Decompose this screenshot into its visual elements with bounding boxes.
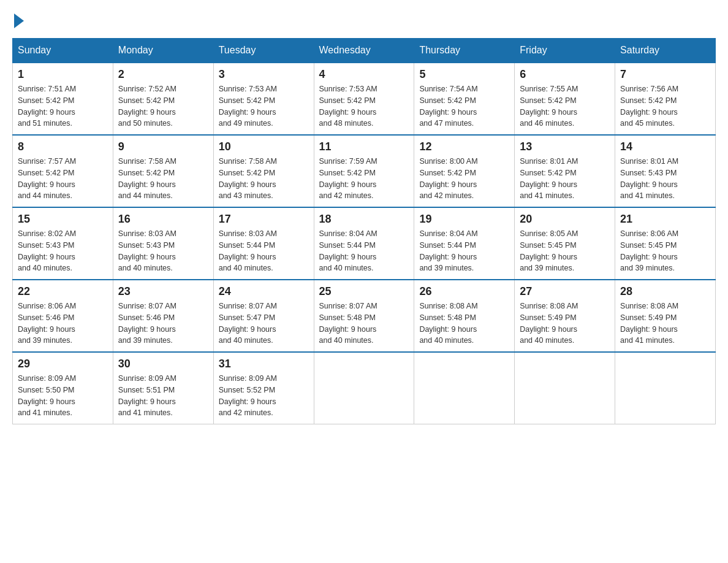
day-number: 23 <box>118 285 208 298</box>
day-number: 9 <box>118 140 208 153</box>
day-info: Sunrise: 7:54 AMSunset: 5:42 PMDaylight:… <box>419 83 509 129</box>
day-info: Sunrise: 8:08 AMSunset: 5:48 PMDaylight:… <box>419 301 509 347</box>
calendar-cell: 20Sunrise: 8:05 AMSunset: 5:45 PMDayligh… <box>515 207 615 280</box>
day-info: Sunrise: 8:02 AMSunset: 5:43 PMDaylight:… <box>18 228 108 274</box>
day-info: Sunrise: 8:06 AMSunset: 5:46 PMDaylight:… <box>18 301 108 347</box>
day-number: 28 <box>620 285 710 298</box>
calendar-cell <box>314 352 414 424</box>
weekday-header-saturday: Saturday <box>615 39 716 63</box>
day-number: 15 <box>18 213 108 226</box>
day-info: Sunrise: 7:55 AMSunset: 5:42 PMDaylight:… <box>520 83 610 129</box>
calendar-cell: 28Sunrise: 8:08 AMSunset: 5:49 PMDayligh… <box>615 280 716 352</box>
day-info: Sunrise: 8:07 AMSunset: 5:48 PMDaylight:… <box>319 301 409 347</box>
day-info: Sunrise: 8:01 AMSunset: 5:42 PMDaylight:… <box>520 156 610 202</box>
calendar-cell: 21Sunrise: 8:06 AMSunset: 5:45 PMDayligh… <box>615 207 716 280</box>
page-header <box>12 12 716 26</box>
logo-arrow-icon <box>14 13 24 28</box>
logo <box>12 12 24 26</box>
day-number: 12 <box>419 140 509 153</box>
day-info: Sunrise: 7:58 AMSunset: 5:42 PMDaylight:… <box>118 156 208 202</box>
calendar-cell: 3Sunrise: 7:53 AMSunset: 5:42 PMDaylight… <box>213 63 314 135</box>
week-row-4: 22Sunrise: 8:06 AMSunset: 5:46 PMDayligh… <box>13 280 716 352</box>
calendar-cell: 5Sunrise: 7:54 AMSunset: 5:42 PMDaylight… <box>414 63 515 135</box>
calendar-cell: 7Sunrise: 7:56 AMSunset: 5:42 PMDaylight… <box>615 63 716 135</box>
calendar-cell: 26Sunrise: 8:08 AMSunset: 5:48 PMDayligh… <box>414 280 515 352</box>
day-number: 11 <box>319 140 409 153</box>
calendar-cell: 22Sunrise: 8:06 AMSunset: 5:46 PMDayligh… <box>13 280 113 352</box>
calendar-cell: 11Sunrise: 7:59 AMSunset: 5:42 PMDayligh… <box>314 135 414 207</box>
day-info: Sunrise: 8:08 AMSunset: 5:49 PMDaylight:… <box>520 301 610 347</box>
weekday-header-tuesday: Tuesday <box>213 39 314 63</box>
day-info: Sunrise: 7:51 AMSunset: 5:42 PMDaylight:… <box>18 83 108 129</box>
day-info: Sunrise: 8:07 AMSunset: 5:47 PMDaylight:… <box>219 301 309 347</box>
day-number: 31 <box>219 358 309 370</box>
calendar-cell <box>414 352 515 424</box>
calendar-cell: 30Sunrise: 8:09 AMSunset: 5:51 PMDayligh… <box>113 352 213 424</box>
day-info: Sunrise: 7:52 AMSunset: 5:42 PMDaylight:… <box>118 83 208 129</box>
day-number: 7 <box>620 68 710 81</box>
day-number: 21 <box>620 213 710 226</box>
day-number: 22 <box>18 285 108 298</box>
day-number: 18 <box>319 213 409 226</box>
calendar-cell <box>515 352 615 424</box>
calendar-cell: 29Sunrise: 8:09 AMSunset: 5:50 PMDayligh… <box>13 352 113 424</box>
day-info: Sunrise: 8:08 AMSunset: 5:49 PMDaylight:… <box>620 301 710 347</box>
day-number: 8 <box>18 140 108 153</box>
day-info: Sunrise: 8:09 AMSunset: 5:51 PMDaylight:… <box>118 373 208 419</box>
calendar-cell: 12Sunrise: 8:00 AMSunset: 5:42 PMDayligh… <box>414 135 515 207</box>
day-number: 24 <box>219 285 309 298</box>
day-number: 16 <box>118 213 208 226</box>
day-info: Sunrise: 8:09 AMSunset: 5:50 PMDaylight:… <box>18 373 108 419</box>
day-number: 6 <box>520 68 610 81</box>
calendar-cell: 10Sunrise: 7:58 AMSunset: 5:42 PMDayligh… <box>213 135 314 207</box>
day-number: 10 <box>219 140 309 153</box>
calendar-cell: 9Sunrise: 7:58 AMSunset: 5:42 PMDaylight… <box>113 135 213 207</box>
weekday-header-row: SundayMondayTuesdayWednesdayThursdayFrid… <box>13 39 716 63</box>
weekday-header-sunday: Sunday <box>13 39 113 63</box>
day-info: Sunrise: 8:04 AMSunset: 5:44 PMDaylight:… <box>319 228 409 274</box>
day-info: Sunrise: 8:05 AMSunset: 5:45 PMDaylight:… <box>520 228 610 274</box>
calendar-cell: 25Sunrise: 8:07 AMSunset: 5:48 PMDayligh… <box>314 280 414 352</box>
calendar-cell: 16Sunrise: 8:03 AMSunset: 5:43 PMDayligh… <box>113 207 213 280</box>
day-info: Sunrise: 7:56 AMSunset: 5:42 PMDaylight:… <box>620 83 710 129</box>
day-info: Sunrise: 7:53 AMSunset: 5:42 PMDaylight:… <box>319 83 409 129</box>
day-number: 25 <box>319 285 409 298</box>
week-row-5: 29Sunrise: 8:09 AMSunset: 5:50 PMDayligh… <box>13 352 716 424</box>
day-number: 4 <box>319 68 409 81</box>
day-info: Sunrise: 8:07 AMSunset: 5:46 PMDaylight:… <box>118 301 208 347</box>
day-info: Sunrise: 8:03 AMSunset: 5:43 PMDaylight:… <box>118 228 208 274</box>
day-number: 5 <box>419 68 509 81</box>
day-info: Sunrise: 8:09 AMSunset: 5:52 PMDaylight:… <box>219 373 309 419</box>
day-info: Sunrise: 7:58 AMSunset: 5:42 PMDaylight:… <box>219 156 309 202</box>
calendar-cell: 13Sunrise: 8:01 AMSunset: 5:42 PMDayligh… <box>515 135 615 207</box>
day-info: Sunrise: 7:57 AMSunset: 5:42 PMDaylight:… <box>18 156 108 202</box>
day-info: Sunrise: 7:59 AMSunset: 5:42 PMDaylight:… <box>319 156 409 202</box>
week-row-2: 8Sunrise: 7:57 AMSunset: 5:42 PMDaylight… <box>13 135 716 207</box>
day-number: 20 <box>520 213 610 226</box>
day-number: 1 <box>18 68 108 81</box>
week-row-3: 15Sunrise: 8:02 AMSunset: 5:43 PMDayligh… <box>13 207 716 280</box>
weekday-header-monday: Monday <box>113 39 213 63</box>
day-number: 3 <box>219 68 309 81</box>
day-number: 26 <box>419 285 509 298</box>
day-number: 19 <box>419 213 509 226</box>
day-number: 14 <box>620 140 710 153</box>
day-number: 27 <box>520 285 610 298</box>
day-info: Sunrise: 8:00 AMSunset: 5:42 PMDaylight:… <box>419 156 509 202</box>
calendar-cell: 18Sunrise: 8:04 AMSunset: 5:44 PMDayligh… <box>314 207 414 280</box>
calendar-cell: 4Sunrise: 7:53 AMSunset: 5:42 PMDaylight… <box>314 63 414 135</box>
day-number: 17 <box>219 213 309 226</box>
calendar-cell: 19Sunrise: 8:04 AMSunset: 5:44 PMDayligh… <box>414 207 515 280</box>
calendar-cell: 8Sunrise: 7:57 AMSunset: 5:42 PMDaylight… <box>13 135 113 207</box>
calendar-cell: 14Sunrise: 8:01 AMSunset: 5:43 PMDayligh… <box>615 135 716 207</box>
calendar-cell: 15Sunrise: 8:02 AMSunset: 5:43 PMDayligh… <box>13 207 113 280</box>
day-number: 13 <box>520 140 610 153</box>
week-row-1: 1Sunrise: 7:51 AMSunset: 5:42 PMDaylight… <box>13 63 716 135</box>
day-number: 29 <box>18 358 108 370</box>
weekday-header-wednesday: Wednesday <box>314 39 414 63</box>
day-number: 30 <box>118 358 208 370</box>
calendar-cell: 6Sunrise: 7:55 AMSunset: 5:42 PMDaylight… <box>515 63 615 135</box>
calendar-cell: 1Sunrise: 7:51 AMSunset: 5:42 PMDaylight… <box>13 63 113 135</box>
day-info: Sunrise: 8:06 AMSunset: 5:45 PMDaylight:… <box>620 228 710 274</box>
day-info: Sunrise: 8:03 AMSunset: 5:44 PMDaylight:… <box>219 228 309 274</box>
